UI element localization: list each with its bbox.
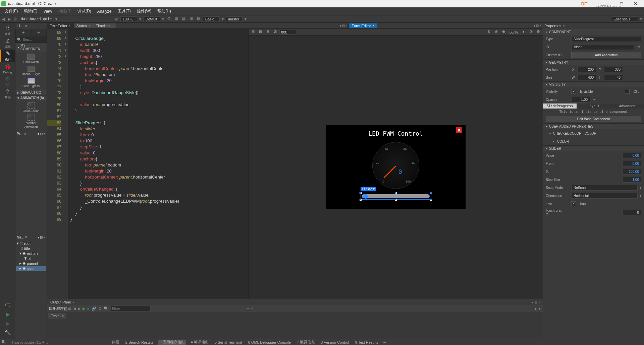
- comp-dashboardstyle[interactable]: Dashb…Style: [22, 66, 40, 76]
- menu-view[interactable]: View: [41, 8, 55, 14]
- subtab-advanced[interactable]: Advanced: [610, 104, 644, 109]
- live-checkbox[interactable]: ✓: [571, 201, 576, 206]
- section-default[interactable]: ▸DEFAULT CO: [15, 90, 47, 95]
- menu-debug[interactable]: 调试(D): [75, 8, 94, 15]
- status-general[interactable]: 7 概要信息: [296, 340, 316, 345]
- zoom-combo[interactable]: 100 %: [120, 16, 137, 22]
- section-component[interactable]: ▾ COMPONENT: [543, 29, 644, 35]
- add-import-button[interactable]: +: [15, 29, 31, 37]
- close-icon[interactable]: ×: [69, 24, 71, 27]
- dock-icon[interactable]: ▾: [531, 300, 534, 304]
- prop-w[interactable]: 400: [577, 75, 596, 80]
- tab-form-editor[interactable]: Form Editor×: [348, 23, 377, 28]
- tree-txt[interactable]: 𝐓txt: [16, 256, 46, 261]
- mode-edit[interactable]: 🗎编辑: [0, 37, 15, 50]
- prop-y[interactable]: 380: [604, 67, 623, 72]
- close-icon[interactable]: ×: [72, 300, 74, 304]
- mode-design[interactable]: ✎设计: [0, 50, 15, 62]
- attach-icon[interactable]: 🔗: [92, 306, 96, 311]
- prop-to[interactable]: 100.00: [623, 169, 641, 175]
- add-icon[interactable]: +: [247, 306, 249, 310]
- comp-slideprogress[interactable]: Slide…gress: [22, 78, 40, 88]
- panel-close-icon[interactable]: ×: [43, 235, 45, 239]
- split-icon[interactable]: ⊟: [534, 300, 538, 304]
- tab-timeline[interactable]: Timeline×: [93, 23, 116, 28]
- comp-numberanimation[interactable]: ⬚NumberAnimation: [24, 115, 38, 129]
- slider-handle[interactable]: [363, 194, 368, 199]
- tree-title[interactable]: 𝐓title: [16, 246, 46, 251]
- split-icon[interactable]: ⊟: [342, 24, 345, 27]
- tool-icon[interactable]: ⚙: [166, 16, 172, 22]
- status-qmlconsole[interactable]: 6 QML Debugger Console: [247, 340, 292, 344]
- panel-menu-icon[interactable]: ▾: [38, 132, 39, 136]
- nav-fwd-icon[interactable]: ▶: [7, 17, 11, 21]
- tab-text-editor[interactable]: Text Editor×: [47, 23, 73, 28]
- tree-root[interactable]: ▾ ⬚root: [16, 241, 46, 246]
- prop-id[interactable]: slider: [571, 44, 634, 50]
- mode-debug[interactable]: 🐞Debug: [0, 62, 15, 75]
- options-icon[interactable]: ⚙: [535, 29, 541, 35]
- style-combo[interactable]: Default: [143, 16, 160, 22]
- locator-input[interactable]: Type to locate (Ctrl+…: [9, 340, 50, 344]
- prop-stepsize[interactable]: 1.00: [623, 177, 641, 183]
- snap-icon[interactable]: ⊞: [250, 29, 256, 35]
- edit-base-button[interactable]: Edit Base Component: [546, 116, 641, 122]
- zoom-in-icon[interactable]: ⊕: [501, 29, 507, 35]
- subtab-slideprogress[interactable]: SlideProgress: [543, 104, 577, 109]
- add-asset-button[interactable]: +: [31, 29, 47, 37]
- menu-widgets[interactable]: 控件(W): [134, 8, 154, 15]
- menu-analyze[interactable]: Analyze: [95, 8, 114, 14]
- split-icon[interactable]: ⊟: [536, 24, 539, 27]
- tree-slider[interactable]: ▸ ◉slider: [16, 266, 46, 271]
- menu-file[interactable]: 文件(F): [2, 8, 20, 15]
- close-icon[interactable]: ×: [538, 300, 541, 304]
- code-content[interactable]: CircularGauge{ id:pannel width: 300 heig…: [68, 29, 248, 299]
- output-tab[interactable]: Output Pane×: [48, 300, 76, 304]
- status-issues[interactable]: 1 问题: [108, 340, 121, 345]
- reset-icon[interactable]: ⟲: [636, 45, 641, 49]
- settings-icon[interactable]: ⚙: [98, 306, 102, 311]
- nav-back-icon[interactable]: ◀: [1, 17, 6, 21]
- search-input[interactable]: [23, 38, 43, 42]
- dock-icon[interactable]: ▾: [340, 24, 341, 27]
- close-icon[interactable]: ×: [539, 24, 541, 27]
- library-search[interactable]: 🔍: [15, 37, 47, 43]
- output-process-tab[interactable]: Tesla×: [48, 313, 66, 319]
- tool-icon[interactable]: ⊞: [188, 16, 194, 22]
- menu-help[interactable]: 帮助(H): [155, 8, 174, 15]
- close-icon[interactable]: ×: [24, 132, 26, 136]
- panel-split-icon[interactable]: ⊟: [40, 132, 43, 136]
- canvas-width-input[interactable]: [279, 30, 296, 34]
- section-my-components[interactable]: ▾MY COMPONEN: [15, 43, 47, 52]
- run-icon[interactable]: ▶: [83, 306, 85, 311]
- prop-value[interactable]: 0.00: [623, 153, 641, 158]
- section-user-props[interactable]: ▾ USER ADDED PROPERTIES: [543, 123, 644, 129]
- close-icon[interactable]: ×: [24, 24, 28, 28]
- current-file[interactable]: dashboard.qml*: [19, 17, 53, 21]
- close-icon[interactable]: ×: [562, 24, 565, 28]
- panel-tab-na[interactable]: Na…: [17, 235, 24, 239]
- status-serial[interactable]: 5 Serial Terminal: [213, 340, 244, 344]
- fold-gutter[interactable]: ▾▾▾▾▾: [63, 29, 68, 299]
- comp-darkswitch[interactable]: DarkSwitch: [23, 54, 39, 64]
- tree-exitbtn[interactable]: ▾ ◉exitbtn: [16, 251, 46, 256]
- mode-help[interactable]: ?帮助: [0, 88, 15, 100]
- close-icon[interactable]: ×: [111, 24, 113, 27]
- prop-snapmode[interactable]: NoSnap: [571, 185, 638, 191]
- comp-coloranimation[interactable]: ⬚Color…ation: [22, 102, 39, 113]
- dock-icon[interactable]: ▾: [534, 24, 535, 27]
- prop-opacity[interactable]: 1.00: [571, 97, 590, 102]
- props-tab[interactable]: Properties: [544, 24, 561, 28]
- panel-tab-pr[interactable]: Pr…: [17, 132, 23, 136]
- section-geometry[interactable]: ▾ GEOMETRY: [543, 59, 644, 65]
- mode-projects[interactable]: ⚙项目: [0, 75, 15, 88]
- prop-h[interactable]: 46: [604, 75, 623, 80]
- tree-pannel[interactable]: ▸ ◉pannel: [16, 261, 46, 266]
- prop-from[interactable]: 0.00: [623, 161, 641, 166]
- library-tab[interactable]: Li…×: [15, 23, 30, 29]
- zoom-target-icon[interactable]: ⊚: [114, 17, 119, 21]
- close-icon[interactable]: ×: [372, 24, 374, 27]
- menu-build[interactable]: 构建(B): [55, 8, 74, 15]
- section-animation[interactable]: ▾ANIMATION (8): [15, 95, 47, 100]
- tab-states[interactable]: States×: [73, 23, 93, 28]
